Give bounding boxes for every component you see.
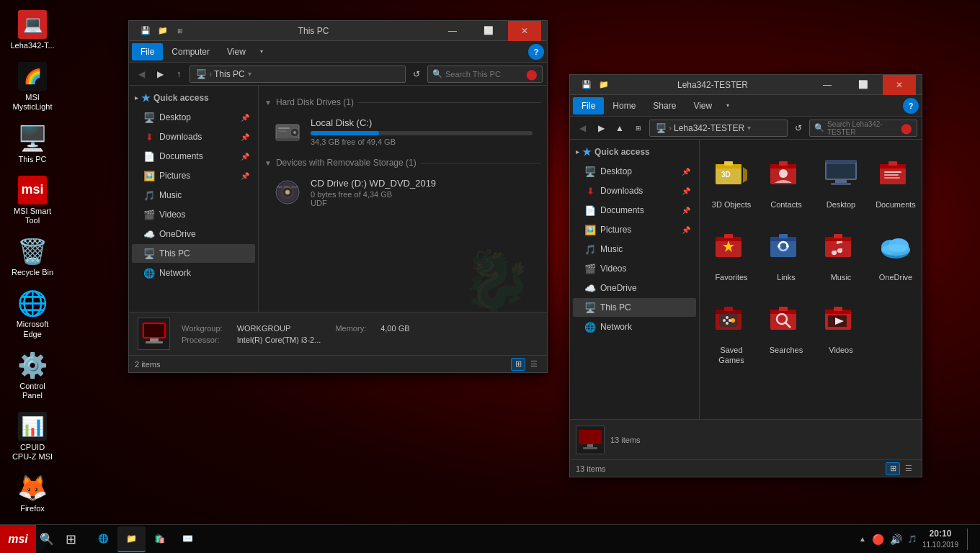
volume-tray-icon[interactable]: 🔊 — [890, 534, 902, 545]
sidebar-item-thispc[interactable]: 🖥️ This PC — [132, 244, 255, 263]
menu-file-2[interactable]: File — [573, 97, 604, 114]
desktop-icon-mysticlight[interactable]: 🌈 MSI MysticLight — [7, 59, 58, 114]
menu-home-2[interactable]: Home — [604, 97, 644, 114]
folder-item-savedgames[interactable]: Saved Games — [705, 291, 757, 370]
menu-view-2[interactable]: View — [685, 97, 721, 114]
sidebar-item-videos[interactable]: 🎬 Videos — [132, 205, 255, 224]
folder-item-favorites[interactable]: Favorites — [705, 218, 757, 288]
folder-item-searches[interactable]: Searches — [760, 291, 812, 370]
back-btn-2[interactable]: ◀ — [574, 120, 590, 136]
search-submit-2[interactable]: ⬤ — [901, 122, 912, 134]
desktop-icon-firefox[interactable]: 🦊 Firefox — [7, 470, 58, 516]
menu-file-1[interactable]: File — [132, 43, 163, 60]
minimize-btn-2[interactable]: — — [811, 75, 844, 95]
sidebar2-item-documents[interactable]: 📄 Documents 📌 — [573, 201, 696, 220]
taskbar-edge[interactable]: 🌐 — [89, 526, 117, 552]
folder-item-contacts[interactable]: Contacts — [760, 145, 812, 215]
details-view-btn-1[interactable]: ⊞ — [511, 358, 525, 371]
desktop-icon-leha342[interactable]: 💻 Leha342-T... — [7, 7, 58, 53]
folder-item-links[interactable]: Links — [760, 218, 812, 288]
up-btn-1[interactable]: ↑ — [171, 66, 187, 82]
forward-btn-2[interactable]: ▶ — [593, 120, 609, 136]
desktop-icon-recyclebin[interactable]: 🗑️ Recycle Bin — [7, 234, 58, 280]
details-view-btn-2[interactable]: ⊞ — [886, 462, 900, 475]
minimize-btn-1[interactable]: — — [436, 21, 469, 41]
tray-arrow-icon[interactable]: ▲ — [859, 535, 866, 543]
sidebar-item-music[interactable]: 🎵 Music — [132, 186, 255, 204]
sidebar-item-network[interactable]: 🌐 Network — [132, 264, 255, 282]
start-button[interactable]: msi — [0, 525, 36, 554]
removable-collapse-arrow[interactable]: ▼ — [264, 159, 272, 167]
properties-btn[interactable]: ⊞ — [172, 23, 188, 39]
desktop-icon-controlpanel[interactable]: ⚙️ Control Panel — [7, 348, 58, 403]
menu-view-1[interactable]: View — [218, 43, 254, 60]
hdd-collapse-arrow[interactable]: ▼ — [264, 99, 272, 107]
search-box-2[interactable]: 🔍 Search Leha342-TESTER ⬤ — [809, 120, 917, 137]
back-btn-1[interactable]: ◀ — [133, 66, 149, 82]
sidebar-item-onedrive[interactable]: ☁️ OneDrive — [132, 225, 255, 243]
refresh-btn-2[interactable]: ↺ — [790, 120, 806, 136]
help-btn-2[interactable]: ? — [903, 98, 919, 114]
taskbar-search-btn[interactable]: 🔍 — [36, 525, 58, 554]
refresh-btn-1[interactable]: ↺ — [409, 66, 424, 82]
folder-item-music[interactable]: Music — [815, 218, 867, 288]
recent-btn-2[interactable]: ⊞ — [631, 120, 646, 136]
up-btn-2[interactable]: ▲ — [612, 120, 628, 136]
drive-item-c[interactable]: Local Disk (C:) 34,3 GB free of 49,4 GB — [264, 112, 541, 152]
maximize-btn-1[interactable]: ⬜ — [472, 21, 505, 41]
sidebar2-item-onedrive[interactable]: ☁️ OneDrive — [573, 279, 696, 297]
path-arrow-1[interactable]: ▾ — [248, 70, 251, 78]
save-btn-2[interactable]: 💾 — [579, 77, 594, 93]
folder-item-documents[interactable]: Documents — [870, 145, 922, 215]
address-path-2[interactable]: 🖥️ › Leha342-TESTER ▾ — [649, 120, 788, 137]
address-path-1[interactable]: 🖥️ › This PC ▾ — [190, 66, 406, 83]
search-submit-1[interactable]: ⬤ — [526, 68, 538, 80]
folder-item-videos[interactable]: Videos — [815, 291, 867, 370]
sidebar2-item-music[interactable]: 🎵 Music — [573, 240, 696, 258]
sidebar2-item-videos[interactable]: 🎬 Videos — [573, 259, 696, 278]
close-btn-2[interactable]: ✕ — [883, 75, 916, 95]
network-tray-icon[interactable]: 🔴 — [872, 534, 884, 545]
search-box-1[interactable]: 🔍 Search This PC ⬤ — [427, 66, 543, 83]
menu-computer-1[interactable]: Computer — [163, 43, 218, 60]
sidebar-item-documents[interactable]: 📄 Documents 📌 — [132, 147, 255, 166]
sidebar-quickaccess-header-2[interactable]: ▸ ★ Quick access — [570, 143, 699, 161]
folder-btn-2[interactable]: 📁 — [596, 77, 612, 93]
sidebar2-item-desktop[interactable]: 🖥️ Desktop 📌 — [573, 162, 696, 181]
sidebar-item-downloads[interactable]: ⬇ Downloads 📌 — [132, 127, 255, 146]
sidebar-item-desktop[interactable]: 🖥️ Desktop 📌 — [132, 108, 255, 127]
folder-item-desktop[interactable]: Desktop — [815, 145, 867, 215]
help-btn-1[interactable]: ? — [528, 44, 544, 60]
desktop-icon-cpuid[interactable]: 📊 CPUID CPU-Z MSI — [7, 409, 58, 464]
path-arrow-2[interactable]: ▾ — [747, 124, 751, 132]
taskbar-mail[interactable]: ✉️ — [174, 526, 202, 552]
list-view-btn-2[interactable]: ☰ — [901, 462, 916, 475]
sidebar2-item-thispc[interactable]: 🖥️ This PC — [573, 298, 696, 317]
taskbar-explorer[interactable]: 📁 — [117, 526, 146, 552]
folder-item-onedrive[interactable]: OneDrive — [870, 218, 922, 288]
taskview-btn[interactable]: ⊞ — [58, 526, 84, 552]
sidebar2-item-downloads[interactable]: ⬇ Downloads 📌 — [573, 181, 696, 200]
tray-clock[interactable]: 20:10 11.10.2019 — [922, 529, 958, 549]
folder-item-3dobjects[interactable]: 3D 3D Objects — [705, 145, 757, 215]
list-view-btn-1[interactable]: ☰ — [527, 358, 541, 371]
forward-btn-1[interactable]: ▶ — [152, 66, 168, 82]
save-btn[interactable]: 💾 — [138, 23, 153, 39]
sidebar2-item-network[interactable]: 🌐 Network — [573, 318, 696, 336]
taskbar-store[interactable]: 🛍️ — [146, 526, 174, 552]
speakers-tray-icon[interactable]: 🎵 — [908, 535, 917, 543]
desktop-icon-thispc[interactable]: 🖥️ This PC — [7, 121, 58, 167]
desktop-icon-msitool[interactable]: msi MSI Smart Tool — [7, 173, 58, 228]
menu-expand-2[interactable]: ▾ — [722, 98, 734, 114]
menu-share-2[interactable]: Share — [644, 97, 685, 114]
show-desktop-btn[interactable] — [967, 529, 971, 550]
drive-item-d[interactable]: WD_DVD_2019 CD Drive (D:) WD_DVD_2019 0 … — [264, 172, 541, 213]
menu-expand-1[interactable]: ▾ — [256, 44, 267, 60]
close-btn-1[interactable]: ✕ — [508, 21, 541, 41]
sidebar-quickaccess-header[interactable]: ▸ ★ Quick access — [129, 89, 258, 107]
sidebar2-item-pictures[interactable]: 🖼️ Pictures 📌 — [573, 220, 696, 239]
maximize-btn-2[interactable]: ⬜ — [847, 75, 880, 95]
desktop-icon-edge[interactable]: 🌐 Microsoft Edge — [7, 286, 58, 341]
new-folder-btn[interactable]: 📁 — [155, 23, 171, 39]
sidebar-item-pictures[interactable]: 🖼️ Pictures 📌 — [132, 166, 255, 185]
